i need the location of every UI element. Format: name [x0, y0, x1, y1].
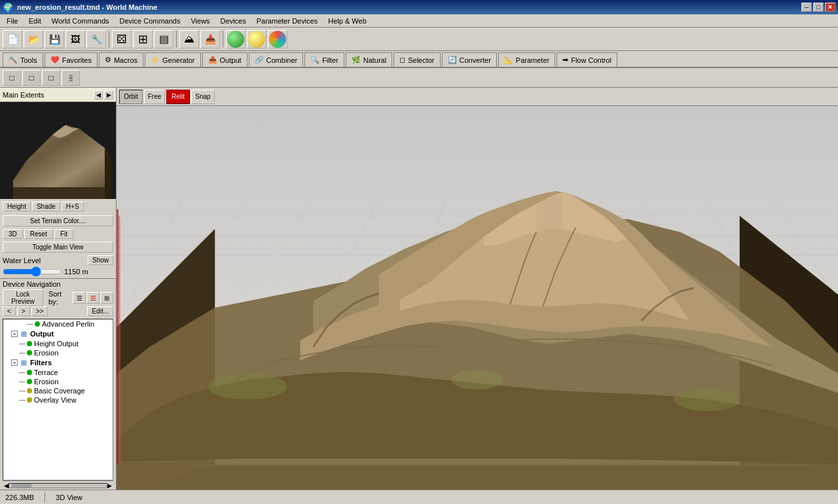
svg-point-31: [451, 370, 503, 389]
edit-button[interactable]: Edit...: [87, 306, 113, 316]
open-button[interactable]: 📂: [24, 30, 43, 48]
free-btn[interactable]: Free: [144, 90, 165, 104]
tab-icon-6: 🔍: [310, 56, 319, 64]
hscroll-left[interactable]: ◀: [4, 482, 9, 489]
tree-horizontal-scrollbar[interactable]: ◀ ▶: [3, 480, 113, 490]
tab-filter[interactable]: 🔍Filter: [304, 52, 344, 67]
new-button[interactable]: 📄: [3, 30, 22, 48]
tree-item[interactable]: Erosion: [3, 377, 113, 386]
tree-dash: [19, 372, 26, 373]
sort-list-btn[interactable]: ☰: [73, 292, 86, 304]
tab-icon-10: 📐: [504, 56, 513, 64]
menu-item-views[interactable]: Views: [185, 16, 215, 26]
height-button[interactable]: Height: [3, 202, 31, 211]
device-tree[interactable]: Advanced Perlin+⊞OutputHeight OutputEros…: [3, 319, 113, 480]
tree-dot-green: [27, 341, 32, 346]
set-terrain-button[interactable]: Set Terrain Color....: [3, 215, 113, 226]
sort-other-btn[interactable]: ⊞: [100, 292, 113, 304]
tree-item[interactable]: Advanced Perlin: [3, 319, 113, 329]
lock-preview-button[interactable]: Lock Preview: [3, 289, 43, 306]
tree-item[interactable]: Erosion: [3, 348, 113, 357]
build1-button[interactable]: ⚄: [112, 30, 132, 48]
tab-selector[interactable]: ◻Selector: [393, 52, 440, 67]
qb-btn2[interactable]: □: [22, 70, 41, 86]
circle-multi-btn[interactable]: [268, 30, 287, 48]
build3-button[interactable]: ▤: [154, 30, 173, 48]
tab-combiner[interactable]: 🔗Combiner: [249, 52, 304, 67]
terrain-btn[interactable]: ⛰: [179, 30, 199, 48]
hscroll-thumb[interactable]: [12, 484, 31, 488]
extents-prev-btn[interactable]: ◀: [94, 90, 103, 99]
nav-last-button[interactable]: >>: [31, 306, 48, 316]
tab-output[interactable]: 📤Output: [202, 52, 247, 67]
svg-point-30: [674, 387, 740, 411]
svg-rect-34: [120, 219, 120, 462]
orbit-btn[interactable]: Orbit: [119, 90, 143, 104]
left-panel: Main Extents ◀ ▶: [0, 88, 117, 490]
close-button[interactable]: ✕: [825, 3, 835, 12]
menu-item-help-&-web[interactable]: Help & Web: [323, 16, 372, 26]
sort-grid-btn[interactable]: ☰: [86, 292, 100, 304]
tab-icon-7: 🌿: [352, 56, 361, 64]
menu-item-devices[interactable]: Devices: [215, 16, 251, 26]
menu-item-parameter-devices[interactable]: Parameter Devices: [251, 16, 323, 26]
save-button[interactable]: 💾: [45, 30, 64, 48]
tab-parameter[interactable]: 📐Parameter: [498, 52, 555, 67]
tab-icon-0: 🔨: [9, 56, 18, 64]
tab-macros[interactable]: ⚙Macros: [99, 52, 143, 67]
tab-label-5: Combiner: [266, 56, 298, 64]
menubar: FileEditWorld CommandsDevice CommandsVie…: [0, 14, 838, 27]
nav-next-button[interactable]: >: [17, 306, 30, 316]
water-level-slider[interactable]: [3, 266, 62, 277]
settings-button[interactable]: 🔧: [86, 30, 106, 48]
3d-button[interactable]: 3D: [3, 229, 23, 239]
preview-button[interactable]: 🖼: [65, 30, 85, 48]
extents-next-btn[interactable]: ▶: [104, 90, 113, 99]
tab-tools[interactable]: 🔨Tools: [3, 52, 43, 67]
qb-btn1[interactable]: □: [3, 70, 21, 86]
menu-item-world-commands[interactable]: World Commands: [46, 16, 115, 26]
fit-button[interactable]: Fit: [54, 229, 73, 239]
tab-flow-control[interactable]: ➡Flow Control: [556, 52, 617, 67]
export-btn[interactable]: 📥: [200, 30, 220, 48]
tree-dash: [19, 400, 26, 401]
tree-item[interactable]: Height Output: [3, 339, 113, 348]
qb-btn3[interactable]: □: [42, 70, 60, 86]
minimize-button[interactable]: ─: [801, 3, 812, 12]
statusbar: 226.3MB 3D View: [0, 490, 838, 504]
hscroll-track[interactable]: [9, 483, 107, 488]
tree-item[interactable]: +⊞Output: [3, 329, 113, 339]
menu-item-device-commands[interactable]: Device Commands: [115, 16, 186, 26]
tree-item[interactable]: +⊞Filters: [3, 357, 113, 368]
nav-prev-button[interactable]: <: [3, 306, 16, 316]
maximize-button[interactable]: □: [813, 3, 824, 12]
terrain-view[interactable]: [117, 106, 838, 490]
hs-button[interactable]: H+S: [62, 202, 84, 211]
water-slider-row: 1150 m: [3, 266, 113, 277]
menu-item-file[interactable]: File: [1, 16, 24, 26]
tree-expand-icon[interactable]: +: [11, 331, 18, 337]
tab-generator[interactable]: ⚡Generator: [145, 52, 201, 67]
toggle-main-button[interactable]: Toggle Main View: [3, 242, 113, 253]
tree-item[interactable]: Terrace: [3, 368, 113, 377]
tab-label-11: Flow Control: [571, 56, 611, 64]
circle-green-btn[interactable]: [226, 30, 246, 48]
tab-favorites[interactable]: ❤️Favorites: [45, 52, 98, 67]
menu-item-edit[interactable]: Edit: [24, 16, 46, 26]
reset-button[interactable]: Reset: [24, 229, 53, 239]
tree-dash: [19, 344, 26, 344]
tree-expand-icon[interactable]: +: [11, 359, 18, 366]
shade-button[interactable]: Shade: [32, 202, 60, 211]
relit-btn[interactable]: Relit: [166, 90, 190, 104]
water-show-button[interactable]: Show: [88, 255, 113, 265]
viewport: Orbit Free Relit Snap: [117, 88, 838, 490]
tree-item[interactable]: Basic Coverage: [3, 386, 113, 395]
qb-btn4[interactable]: ⣿: [62, 70, 80, 86]
tab-natural[interactable]: 🌿Natural: [346, 52, 392, 67]
tab-converter[interactable]: 🔄Converter: [442, 52, 497, 67]
tree-item[interactable]: Overlay View: [3, 395, 113, 405]
snap-btn[interactable]: Snap: [191, 90, 215, 104]
circle-yellow-btn[interactable]: [247, 30, 266, 48]
hscroll-right[interactable]: ▶: [107, 482, 112, 489]
build2-button[interactable]: ⊞: [133, 30, 153, 48]
